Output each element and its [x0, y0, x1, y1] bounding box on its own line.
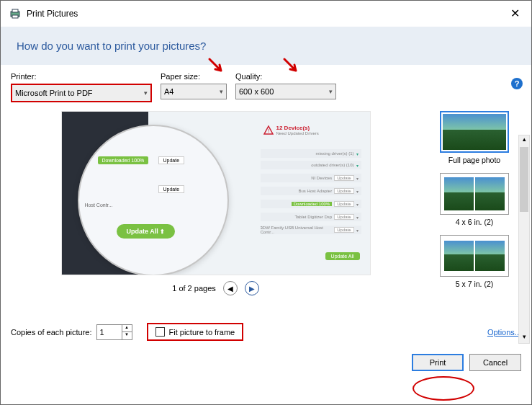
fit-picture-checkbox[interactable]	[155, 327, 165, 337]
svg-text:!: !	[267, 128, 269, 134]
next-page-button[interactable]: ▶	[245, 281, 259, 295]
layout-4x6[interactable]: 4 x 6 in. (2)	[428, 173, 521, 226]
layouts-pane: Full page photo 4 x 6 in. (2) 5 x 7 in. …	[428, 111, 521, 316]
print-pictures-icon	[9, 8, 21, 19]
help-icon[interactable]: ?	[511, 78, 523, 89]
copies-up-button[interactable]: ▲	[122, 325, 132, 333]
annotation-circle	[412, 376, 474, 401]
layout-full-page[interactable]: Full page photo	[428, 111, 521, 164]
pager-text: 1 of 2 pages	[172, 284, 216, 293]
printer-select[interactable]: Microsoft Print to PDF ▾	[11, 84, 152, 102]
prev-page-button[interactable]: ◀	[223, 281, 238, 295]
chevron-down-icon: ▾	[329, 88, 333, 95]
window-title: Print Pictures	[27, 9, 78, 19]
copies-down-button[interactable]: ▼	[122, 332, 132, 339]
scroll-up-icon[interactable]: ▴	[519, 135, 529, 146]
copies-spinner[interactable]: ▲ ▼	[96, 324, 132, 340]
layouts-scrollbar[interactable]: ▴ ▾	[518, 135, 530, 344]
preview-update-all: Update All ⬆	[117, 224, 176, 239]
svg-rect-2	[12, 15, 18, 18]
scroll-down-icon[interactable]: ▾	[519, 333, 529, 343]
titlebar: Print Pictures ✕	[1, 1, 531, 27]
fit-picture-group: Fit picture to frame	[147, 323, 244, 341]
preview-pane: ! 12 Device(s) Need Updated Drivers miss…	[11, 111, 420, 316]
svg-rect-1	[12, 9, 18, 12]
preview-alert: ! 12 Device(s) Need Updated Drivers	[263, 125, 319, 135]
copies-label: Copies of each picture:	[11, 328, 92, 337]
quality-select[interactable]: 600 x 600 ▾	[235, 84, 336, 99]
footer-buttons: Print Cancel	[1, 348, 531, 380]
fit-picture-label: Fit picture to frame	[169, 328, 235, 337]
paper-size-value: A4	[164, 87, 173, 96]
chevron-down-icon: ▾	[220, 88, 223, 95]
printer-label: Printer:	[11, 72, 152, 81]
copies-input[interactable]	[97, 325, 122, 339]
layout-5x7[interactable]: 5 x 7 in. (2)	[428, 235, 521, 288]
cancel-button[interactable]: Cancel	[469, 354, 521, 371]
bottom-row: Copies of each picture: ▲ ▼ Fit picture …	[1, 316, 531, 348]
header-band: How do you want to print your pictures?	[1, 27, 531, 65]
preview-update-all-small: Update All	[325, 252, 360, 260]
printer-value: Microsoft Print to PDF	[15, 89, 93, 97]
annotation-arrow-icon	[281, 56, 302, 76]
pager: 1 of 2 pages ◀ ▶	[172, 281, 259, 295]
options-link[interactable]: Options...	[487, 328, 521, 337]
preview-magnifier: Downloaded 100% Update Update Host Contr…	[78, 125, 229, 275]
scroll-thumb[interactable]	[520, 147, 528, 212]
quality-value: 600 x 600	[239, 87, 274, 96]
header-question: How do you want to print your pictures?	[17, 40, 515, 52]
print-preview: ! 12 Device(s) Need Updated Drivers miss…	[61, 111, 371, 275]
annotation-arrow-icon	[207, 56, 227, 76]
main-area: ! 12 Device(s) Need Updated Drivers miss…	[1, 107, 531, 316]
controls-row: Printer: Microsoft Print to PDF ▾ Paper …	[1, 65, 531, 107]
chevron-down-icon: ▾	[144, 89, 148, 97]
print-button[interactable]: Print	[412, 354, 464, 371]
close-button[interactable]: ✕	[505, 5, 526, 22]
paper-size-select[interactable]: A4 ▾	[161, 84, 227, 99]
